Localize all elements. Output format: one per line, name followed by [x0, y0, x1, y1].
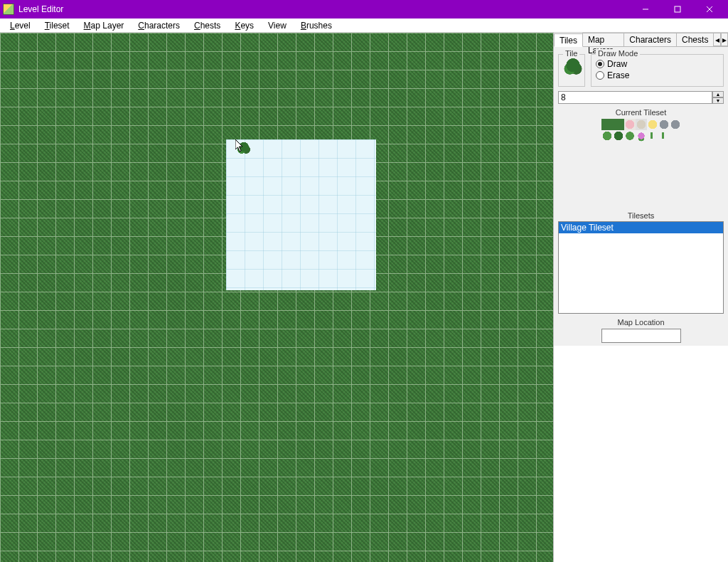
map-canvas[interactable]: [0, 33, 553, 562]
tile-index-input[interactable]: [558, 91, 712, 104]
group-tile: Tile: [558, 54, 585, 87]
selected-tile-preview: [563, 58, 583, 78]
current-tileset-preview[interactable]: [601, 119, 681, 143]
tileset-tile-chicken[interactable]: [647, 119, 658, 130]
menubar: Level Tileset Map Layer Characters Chest…: [0, 18, 728, 33]
spinner-up[interactable]: ▲: [712, 91, 724, 97]
minimize-button[interactable]: [629, 0, 661, 18]
tileset-tile-grass2[interactable]: [613, 119, 624, 130]
svg-rect-1: [675, 6, 680, 12]
radio-draw-label: Draw: [607, 59, 627, 69]
tileset-tile-shrub[interactable]: [624, 130, 636, 142]
tileset-tile-grass[interactable]: [601, 119, 613, 130]
tileset-tile-empty[interactable]: [670, 130, 681, 142]
tileset-tile-cow[interactable]: [636, 119, 647, 130]
tilesets-listbox[interactable]: Village Tileset: [558, 221, 724, 314]
selection-rect: [226, 139, 376, 290]
radio-erase-label: Erase: [607, 70, 629, 80]
menu-level[interactable]: Level: [3, 19, 38, 32]
content: Tiles Map Layers Characters Chests ◂ ▸ T…: [0, 33, 728, 562]
radio-erase[interactable]: Erase: [596, 70, 719, 80]
tabs-scroll-right[interactable]: ▸: [721, 33, 728, 46]
panel-body: Tile Draw Mode Draw Erase: [554, 47, 728, 346]
radio-draw-icon: [596, 60, 604, 68]
radio-erase-icon: [596, 71, 604, 80]
tabs-scroll-left[interactable]: ◂: [713, 33, 720, 46]
side-tabs: Tiles Map Layers Characters Chests ◂ ▸: [554, 33, 728, 47]
cursor-arrow-icon: [235, 139, 244, 152]
app-icon: [3, 4, 14, 15]
group-draw-mode: Draw Mode Draw Erase: [591, 54, 724, 87]
map-grid: [0, 33, 553, 562]
maximize-button[interactable]: [661, 0, 693, 18]
menu-characters[interactable]: Characters: [131, 19, 187, 32]
group-tile-label: Tile: [563, 49, 579, 58]
tileset-item-0[interactable]: Village Tileset: [559, 222, 723, 233]
tileset-tile-flower[interactable]: [636, 130, 647, 142]
current-tileset-label: Current Tileset: [558, 108, 724, 117]
panel-white-space: [554, 346, 728, 562]
map-location-label: Map Location: [558, 318, 724, 327]
tab-map-layers[interactable]: Map Layers: [582, 33, 624, 46]
tileset-tile-rock2[interactable]: [670, 119, 681, 130]
menu-map-layer[interactable]: Map Layer: [77, 19, 132, 32]
map-location-input[interactable]: [601, 329, 681, 343]
menu-keys[interactable]: Keys: [228, 19, 261, 32]
tab-tiles[interactable]: Tiles: [554, 33, 583, 47]
tileset-tile-sprout[interactable]: [647, 130, 658, 142]
radio-draw[interactable]: Draw: [596, 59, 719, 69]
group-draw-mode-label: Draw Mode: [596, 49, 640, 58]
tab-chests[interactable]: Chests: [676, 33, 714, 46]
tileset-tile-sprout2[interactable]: [658, 130, 670, 142]
menu-view[interactable]: View: [261, 19, 294, 32]
window-title: Level Editor: [18, 4, 629, 14]
tileset-tile-tree[interactable]: [613, 130, 624, 142]
tileset-tile-bush[interactable]: [601, 130, 613, 142]
spinner-down[interactable]: ▼: [712, 97, 724, 104]
close-button[interactable]: [693, 0, 725, 18]
tilesets-label: Tilesets: [558, 211, 724, 220]
menu-chests[interactable]: Chests: [187, 19, 228, 32]
menu-brushes[interactable]: Brushes: [294, 19, 339, 32]
tileset-tile-pig[interactable]: [624, 119, 636, 130]
side-panel: Tiles Map Layers Characters Chests ◂ ▸ T…: [553, 33, 728, 562]
tile-index-spinner[interactable]: ▲ ▼: [558, 91, 724, 104]
tab-characters[interactable]: Characters: [623, 33, 677, 46]
titlebar: Level Editor: [0, 0, 728, 18]
tileset-tile-rock[interactable]: [658, 119, 670, 130]
menu-tileset[interactable]: Tileset: [38, 19, 77, 32]
